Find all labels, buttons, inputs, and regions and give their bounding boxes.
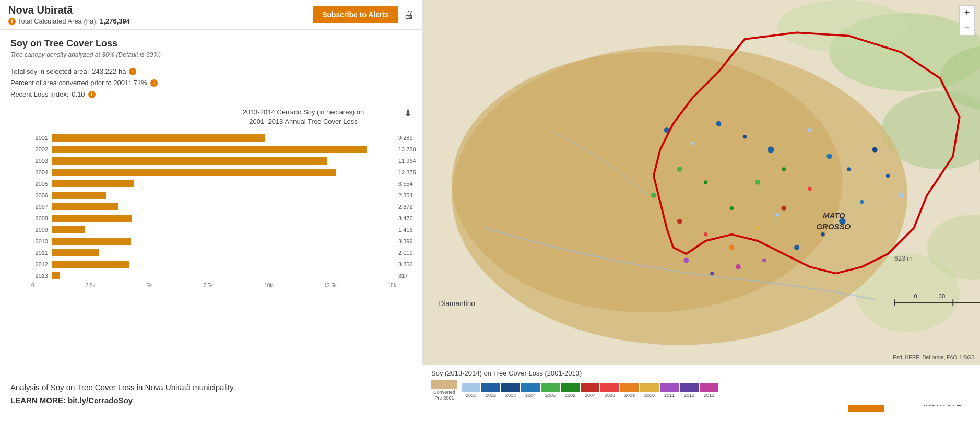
bar-row: 20123 356 <box>31 260 396 269</box>
legend-year-label: 2012 <box>684 393 694 398</box>
legend-color-box <box>620 383 639 392</box>
bar-track: 13 728 <box>52 146 396 153</box>
legend-year-label: 2008 <box>605 393 615 398</box>
bar-row: 20053 554 <box>31 179 396 189</box>
bar-value-label: 317 <box>398 272 408 279</box>
svg-point-37 <box>808 187 811 191</box>
svg-point-18 <box>872 147 878 153</box>
bar-fill <box>52 249 99 256</box>
svg-point-27 <box>704 180 707 184</box>
legend-items: ConvertedPre-2001 2001200220032004200520… <box>431 380 972 401</box>
subscribe-button[interactable]: Subscribe to Alerts <box>313 6 398 23</box>
header-left: Nova Ubiratã i Total Calculated Area (ha… <box>8 4 130 25</box>
legend-color-box <box>660 383 679 392</box>
svg-point-9 <box>452 52 842 313</box>
info-icon-percent[interactable]: i <box>150 79 158 87</box>
bar-track: 3 554 <box>52 180 396 187</box>
bar-row: 200311 964 <box>31 156 396 166</box>
svg-point-24 <box>794 245 799 250</box>
x-axis-label: 2.5k <box>86 283 96 288</box>
download-icon[interactable]: ⬇ <box>404 108 412 119</box>
svg-point-41 <box>762 259 766 262</box>
bar-fill <box>52 169 336 176</box>
bar-row: 20019 289 <box>31 133 396 143</box>
legend-year-label: 2011 <box>664 393 675 398</box>
legend-item: 2006 <box>561 383 580 398</box>
bar-year-label: 2013 <box>31 273 48 279</box>
chart-title: 2013-2014 Cerrado Soy (in hectares) on20… <box>206 108 401 126</box>
bar-fill <box>52 238 131 245</box>
total-area-value: 1,276,394 <box>100 17 130 25</box>
bar-year-label: 2009 <box>31 227 48 233</box>
bar-fill <box>52 272 60 279</box>
bar-track: 2 872 <box>52 203 396 210</box>
svg-text:30: 30 <box>939 293 945 299</box>
learn-more-link[interactable]: bit.ly/CerradoSoy <box>68 396 133 405</box>
info-icon-soy[interactable]: i <box>129 68 136 75</box>
legend-year-label: 2005 <box>545 393 556 398</box>
bar-row: 20112 019 <box>31 248 396 257</box>
bar-value-label: 12 375 <box>398 169 416 176</box>
total-soy-label: Total soy in selected area: <box>10 66 89 77</box>
svg-point-20 <box>899 193 904 198</box>
svg-point-11 <box>691 141 694 145</box>
zoom-out-button[interactable]: − <box>960 20 974 35</box>
legend-color-box <box>561 383 580 392</box>
bar-fill <box>52 157 327 165</box>
bar-fill <box>52 180 134 187</box>
svg-text:MATO: MATO <box>823 211 845 220</box>
svg-text:623 m: 623 m <box>894 255 913 262</box>
legend-year-label: 2009 <box>624 393 635 398</box>
legend-year-label: 2001 <box>466 393 476 398</box>
percent-converted-label: Percent of area converted prior to 2001: <box>10 77 131 89</box>
legend-year-label: 2006 <box>565 393 575 398</box>
info-circle-area[interactable]: i <box>8 18 16 25</box>
section-title: Soy on Tree Cover Loss <box>10 38 412 49</box>
recent-loss-value: 0.10 <box>72 89 85 100</box>
zoom-in-button[interactable]: + <box>960 6 974 20</box>
legend-year-label: 2002 <box>486 393 496 398</box>
bar-row: 20083 476 <box>31 214 396 223</box>
svg-point-19 <box>886 174 890 178</box>
bar-year-label: 2005 <box>31 181 48 187</box>
print-icon[interactable]: 🖨 <box>404 9 414 21</box>
svg-point-32 <box>677 219 682 224</box>
legend-converted: ConvertedPre-2001 <box>431 380 457 401</box>
legend-color-box <box>700 383 718 392</box>
svg-text:GROSSO: GROSSO <box>816 222 851 231</box>
bar-year-label: 2001 <box>31 135 48 141</box>
bar-fill <box>52 203 118 210</box>
x-axis-label: 12.5k <box>324 283 336 288</box>
svg-point-13 <box>743 135 747 138</box>
zoom-controls: + − <box>959 5 975 36</box>
legend-color-box <box>481 383 500 392</box>
stat-percent-converted: Percent of area converted prior to 2001:… <box>10 77 412 89</box>
legend-title: Soy (2013-2014) on Tree Cover Loss (2001… <box>431 369 972 377</box>
svg-point-31 <box>782 167 785 171</box>
map-panel: MATO GROSSO Diamantino SERRA FORMOSA 613… <box>423 0 980 365</box>
map-svg: MATO GROSSO Diamantino SERRA FORMOSA 613… <box>423 0 980 365</box>
legend-color-box <box>680 383 699 392</box>
bar-track: 12 375 <box>52 169 396 176</box>
legend-year-label: 2010 <box>644 393 655 398</box>
legend-converted-label: ConvertedPre-2001 <box>433 390 455 401</box>
svg-text:Diamantino: Diamantino <box>439 300 476 308</box>
x-axis-label: 10k <box>264 283 273 288</box>
svg-point-14 <box>768 146 774 153</box>
svg-point-15 <box>808 128 811 132</box>
chart-title-row: 2013-2014 Cerrado Soy (in hectares) on20… <box>10 108 412 126</box>
svg-point-12 <box>716 121 722 126</box>
info-icon-loss[interactable]: i <box>88 91 96 98</box>
svg-point-33 <box>704 232 707 236</box>
bar-row: 20103 399 <box>31 237 396 246</box>
legend-item: 2003 <box>501 383 520 398</box>
svg-point-26 <box>677 167 682 172</box>
bar-value-label: 1 416 <box>398 226 413 233</box>
bar-year-label: 2008 <box>31 215 48 221</box>
bar-track: 1 416 <box>52 226 396 233</box>
bar-value-label: 2 019 <box>398 249 413 256</box>
bar-track: 2 019 <box>52 249 396 256</box>
svg-point-16 <box>826 154 832 159</box>
bar-track: 9 289 <box>52 134 396 142</box>
stat-recent-loss: Recent Loss Index: 0.10 i <box>10 89 412 100</box>
